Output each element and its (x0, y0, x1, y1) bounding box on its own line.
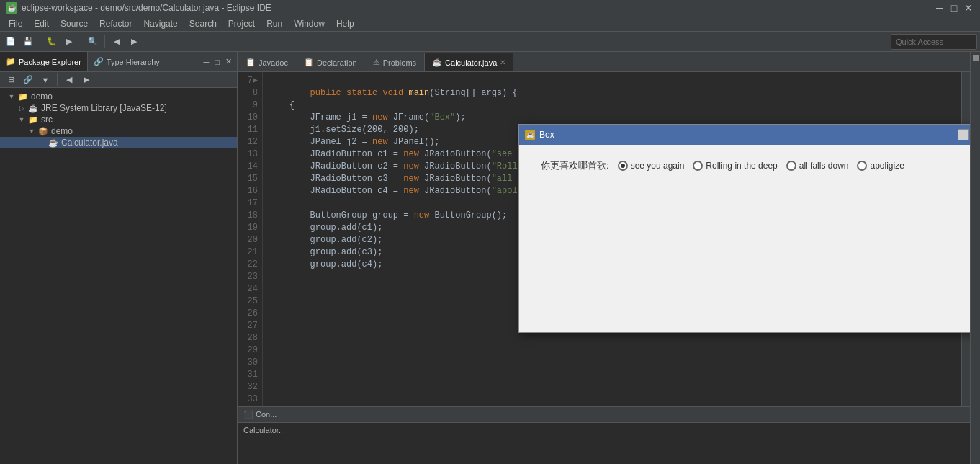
explorer-maximize-button[interactable]: □ (212, 56, 222, 67)
radio-btn-3[interactable] (786, 161, 796, 171)
explorer-minimize-button[interactable]: ─ (202, 56, 212, 67)
explorer-menu-button[interactable]: ▼ (37, 72, 53, 88)
menu-navigate[interactable]: Navigate (138, 17, 183, 30)
menu-refactor[interactable]: Refactor (94, 17, 138, 30)
minimize-button[interactable]: ─ (934, 2, 945, 14)
radio-btn-1[interactable] (618, 161, 628, 171)
forward-button[interactable]: ▶ (126, 34, 142, 50)
title-bar-controls[interactable]: ─ □ ✕ (934, 2, 974, 14)
run-button[interactable]: ▶ (61, 34, 77, 50)
menu-run[interactable]: Run (261, 17, 288, 30)
line-num-32: 32 (238, 381, 258, 393)
line-num-28: 28 (238, 332, 258, 344)
line-num-27: 27 (238, 320, 258, 332)
line-num-25: 25 (238, 295, 258, 308)
search-button[interactable]: 🔍 (85, 34, 101, 50)
package-explorer-icon: 📁 (6, 57, 16, 66)
tree-item-src[interactable]: ▼ 📁 src (0, 114, 237, 125)
dialog-title: Box (539, 130, 554, 140)
maximize-button[interactable]: □ (948, 2, 960, 14)
explorer-tabs: 📁 Package Explorer 🔗 Type Hierarchy ─ □ … (0, 52, 237, 72)
tree-label-demo-pkg: demo (51, 126, 73, 136)
dialog-box: ☕ Box ─ □ ✕ 你更喜欢哪首歌: se (518, 124, 970, 333)
menu-window[interactable]: Window (288, 17, 331, 30)
menu-edit[interactable]: Edit (28, 17, 55, 30)
toolbar-separator-1 (40, 35, 40, 48)
project-icon: 📁 (17, 92, 29, 102)
line-num-16: 16 (238, 185, 258, 197)
console-tabs-row: ⬛ Con... (238, 407, 970, 423)
tree-arrow-jre: ▷ (18, 104, 25, 112)
menu-search[interactable]: Search (184, 17, 222, 30)
radio-label-4: apoligize (870, 161, 904, 171)
new-button[interactable]: 📄 (3, 34, 19, 50)
dialog-minimize-button[interactable]: ─ (958, 129, 969, 140)
radio-btn-4[interactable] (857, 161, 867, 171)
menu-source[interactable]: Source (55, 17, 94, 30)
quick-access-input[interactable] (891, 34, 977, 50)
radio-option-4[interactable]: apoligize (857, 161, 904, 171)
bottom-content: Calculator... (238, 423, 970, 464)
menu-file[interactable]: File (3, 17, 28, 30)
back-button[interactable]: ◀ (109, 34, 125, 50)
line-num-14: 14 (238, 161, 258, 173)
tab-close-calculator[interactable]: ✕ (500, 58, 505, 66)
tab-calculator-java[interactable]: ☕ Calculator.java ✕ (424, 53, 513, 71)
line-num-12: 12 (238, 136, 258, 148)
close-button[interactable]: ✕ (963, 2, 974, 14)
tree-arrow-demo-pkg: ▼ (28, 128, 35, 135)
tab-problems[interactable]: ⚠ Problems (365, 53, 424, 71)
save-button[interactable]: 💾 (20, 34, 36, 50)
editor-tabs: 📋 Javadoc 📋 Declaration ⚠ Problems ☕ Cal… (238, 52, 970, 72)
tree-item-demo-pkg[interactable]: ▼ 📦 demo (0, 125, 237, 137)
tab-javadoc[interactable]: 📋 Javadoc (238, 53, 296, 71)
menu-help[interactable]: Help (331, 17, 360, 30)
radio-option-2[interactable]: Rolling in the deep (693, 161, 777, 171)
toolbar-separator-3 (104, 35, 105, 48)
tab-package-explorer[interactable]: 📁 Package Explorer (0, 52, 88, 71)
tab-type-hierarchy-label: Type Hierarchy (107, 58, 160, 66)
radio-option-3[interactable]: all falls down (786, 161, 849, 171)
line-num-21: 21 (238, 246, 258, 259)
gutter-indicator (973, 55, 979, 61)
tree-item-calculator[interactable]: ☕ Calculator.java (0, 137, 237, 148)
dialog-body: 你更喜欢哪首歌: see you again Rolling in the de… (519, 145, 970, 332)
radio-btn-2[interactable] (693, 161, 703, 171)
debug-button[interactable]: 🐛 (44, 34, 60, 50)
console-tab[interactable]: ⬛ Con... (238, 409, 282, 421)
tab-type-hierarchy[interactable]: 🔗 Type Hierarchy (88, 52, 166, 71)
tree-arrow-demo: ▼ (8, 93, 15, 100)
explorer-close-button[interactable]: ✕ (223, 56, 234, 67)
left-panel: 📁 Package Explorer 🔗 Type Hierarchy ─ □ … (0, 52, 238, 464)
main-layout: 📁 Package Explorer 🔗 Type Hierarchy ─ □ … (0, 52, 980, 464)
link-editor-button[interactable]: 🔗 (20, 72, 36, 88)
line-num-18: 18 (238, 210, 258, 222)
problems-icon: ⚠ (373, 58, 380, 67)
back-nav-button[interactable]: ◀ (61, 72, 77, 88)
toolbar: 📄 💾 🐛 ▶ 🔍 ◀ ▶ (0, 32, 980, 52)
menu-bar: File Edit Source Refactor Navigate Searc… (0, 16, 980, 32)
forward-nav-button[interactable]: ▶ (78, 72, 94, 88)
tree-item-jre[interactable]: ▷ ☕ JRE System Library [JavaSE-12] (0, 102, 237, 114)
dialog-question: 你更喜欢哪首歌: see you again Rolling in the de… (541, 159, 970, 172)
radio-label-1: see you again (631, 161, 685, 171)
line-num-17: 17 (238, 197, 258, 210)
tab-declaration[interactable]: 📋 Declaration (296, 53, 365, 71)
tree-label-demo-project: demo (31, 92, 53, 102)
tree-label-src: src (41, 115, 53, 125)
menu-project[interactable]: Project (222, 17, 261, 30)
toolbar-separator-2 (81, 35, 81, 48)
line-num-24: 24 (238, 283, 258, 295)
line-num-31: 31 (238, 369, 258, 381)
bottom-status-label: Calculator... (243, 426, 285, 434)
java-file-icon: ☕ (48, 138, 59, 148)
tab-problems-label: Problems (383, 58, 416, 67)
collapse-all-button[interactable]: ⊟ (3, 72, 19, 88)
tree-item-demo-project[interactable]: ▼ 📁 demo (0, 91, 237, 102)
window-title: eclipse-workspace - demo/src/demo/Calcul… (22, 3, 271, 13)
tab-calculator-label: Calculator.java (445, 58, 497, 67)
declaration-icon: 📋 (304, 58, 314, 67)
radio-option-1[interactable]: see you again (618, 161, 685, 171)
dialog-title-controls: ─ □ ✕ (958, 129, 970, 140)
title-bar: ☕ eclipse-workspace - demo/src/demo/Calc… (0, 0, 980, 16)
